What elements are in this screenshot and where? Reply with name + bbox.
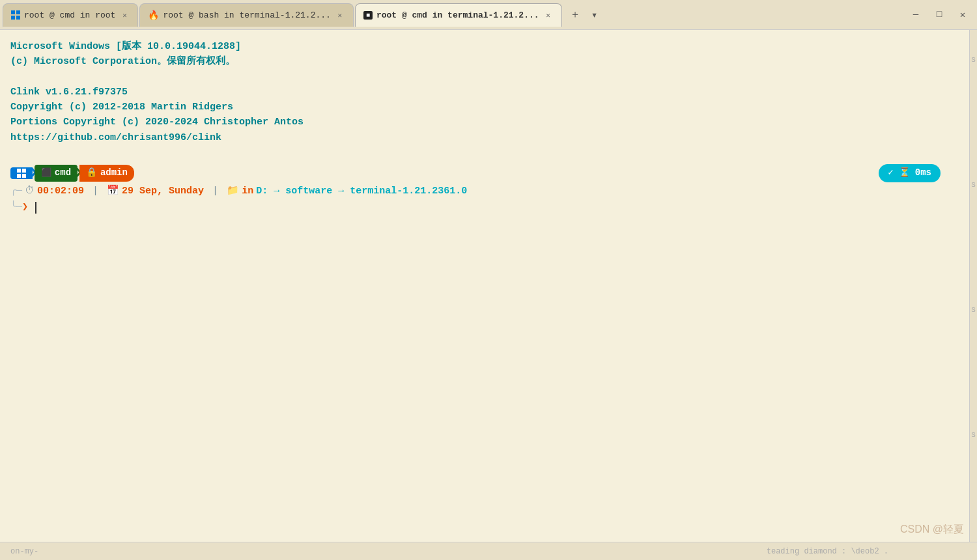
right-edge-char-1: S xyxy=(971,56,976,64)
clock-icon: ⏱ xyxy=(25,184,35,199)
time-value: 00:02:09 xyxy=(37,184,84,199)
admin-label: admin xyxy=(100,166,128,180)
terminal-line-1: Microsoft Windows [版本 10.0.19044.1288] xyxy=(10,39,967,54)
prompt-symbol: ❯ xyxy=(22,200,28,215)
terminal-line-6: Portions Copyright (c) 2020-2024 Christo… xyxy=(10,115,967,130)
csdn-watermark: CSDN @轻夏 xyxy=(900,523,964,537)
bracket-bottom: ╰─ xyxy=(10,200,22,215)
windows-logo-icon xyxy=(17,169,26,178)
tab2-close-button[interactable]: ✕ xyxy=(335,10,345,20)
tab-2[interactable]: 🔥 root @ bash in terminal-1.21.2... ✕ xyxy=(139,3,353,27)
terminal-line-8 xyxy=(10,145,967,160)
maximize-button[interactable]: □ xyxy=(930,5,948,23)
hourglass-icon: ⏳ xyxy=(899,166,910,180)
cursor-row[interactable]: ╰─ ❯ xyxy=(10,200,967,215)
timer-badge: ✓ ⏳ 0ms xyxy=(879,164,941,182)
tab1-label: root @ cmd in root xyxy=(24,10,115,20)
check-icon: ✓ xyxy=(888,166,893,180)
pipe-2: | xyxy=(206,184,224,199)
calendar-icon: 📅 xyxy=(107,184,119,199)
admin-badge: 🔒 admin xyxy=(79,165,134,182)
prompt-symbol-2 xyxy=(28,200,34,215)
svg-rect-3 xyxy=(16,16,20,20)
svg-rect-0 xyxy=(11,10,15,14)
tab3-close-button[interactable]: ✕ xyxy=(543,10,554,20)
svg-rect-5 xyxy=(22,169,26,173)
cmd-icon-terminal: ⬛ xyxy=(41,167,51,180)
prompt-badges-row: ❯ ⬛ cmd ❯ 🔒 admin ✓ ⏳ 0ms xyxy=(10,164,967,182)
tab2-flame-icon: 🔥 xyxy=(148,10,159,21)
lock-icon: 🔒 xyxy=(86,166,97,180)
timer-value: 0ms xyxy=(915,166,931,180)
tab-dropdown-button[interactable]: ▾ xyxy=(586,6,604,24)
bottom-bar: on-my- teading diamond : \deob2 . xyxy=(0,542,977,560)
in-label: in xyxy=(242,184,253,199)
svg-rect-1 xyxy=(16,10,20,14)
terminal-line-4: Clink v1.6.21.f97375 xyxy=(10,85,967,100)
tab3-label: root @ cmd in terminal-1.21.2... xyxy=(376,10,539,20)
tab2-label: root @ bash in terminal-1.21.2... xyxy=(163,10,330,20)
cmd-badge: ⬛ cmd xyxy=(35,165,78,182)
terminal-line-3 xyxy=(10,70,967,85)
terminal-line-2: (c) Microsoft Corporation。保留所有权利。 xyxy=(10,54,967,69)
cmd-label: cmd xyxy=(55,166,71,180)
terminal-content: Microsoft Windows [版本 10.0.19044.1288] (… xyxy=(0,30,977,224)
bracket-open: ╭─ xyxy=(10,184,22,199)
path-value: D: → software → terminal-1.21.2361.0 xyxy=(256,184,467,199)
date-value: 29 Sep, Sunday xyxy=(122,184,204,199)
tab1-close-button[interactable]: ✕ xyxy=(119,10,130,20)
window-controls: — □ ✕ xyxy=(907,5,972,23)
tab-1[interactable]: root @ cmd in root ✕ xyxy=(3,3,138,27)
bottom-middle-text: teading diamond : \deob2 . xyxy=(767,547,888,556)
minimize-button[interactable]: — xyxy=(907,5,925,23)
terminal-line-5: Copyright (c) 2012-2018 Martin Ridgers xyxy=(10,100,967,115)
tab-bar: root @ cmd in root ✕ 🔥 root @ bash in te… xyxy=(0,0,977,30)
info-row: ╭─ ⏱ 00:02:09 | 📅 29 Sep, Sunday | 📁 in … xyxy=(10,184,967,199)
right-edge-char-3: S xyxy=(971,306,976,314)
cursor xyxy=(35,202,36,214)
tab-3[interactable]: ■ root @ cmd in terminal-1.21.2... ✕ xyxy=(355,3,562,27)
close-button[interactable]: ✕ xyxy=(954,5,972,23)
svg-rect-6 xyxy=(17,174,21,178)
pipe-1: | xyxy=(87,184,104,199)
svg-rect-7 xyxy=(22,174,26,178)
tab1-shield-icon xyxy=(11,10,20,20)
terminal-line-7: https://github.com/chrisant996/clink xyxy=(10,130,967,145)
svg-rect-2 xyxy=(11,16,15,20)
right-edge-char-2: S xyxy=(971,181,976,189)
new-tab-button[interactable]: ＋ xyxy=(566,6,584,24)
tab3-cmd-icon: ■ xyxy=(363,11,373,20)
right-edge-bar: S S S S xyxy=(969,30,977,560)
svg-rect-4 xyxy=(17,169,21,173)
folder-icon: 📁 xyxy=(227,184,239,199)
bottom-left-text: on-my- xyxy=(10,547,38,556)
right-edge-char-4: S xyxy=(971,431,976,439)
windows-badge xyxy=(10,167,33,179)
